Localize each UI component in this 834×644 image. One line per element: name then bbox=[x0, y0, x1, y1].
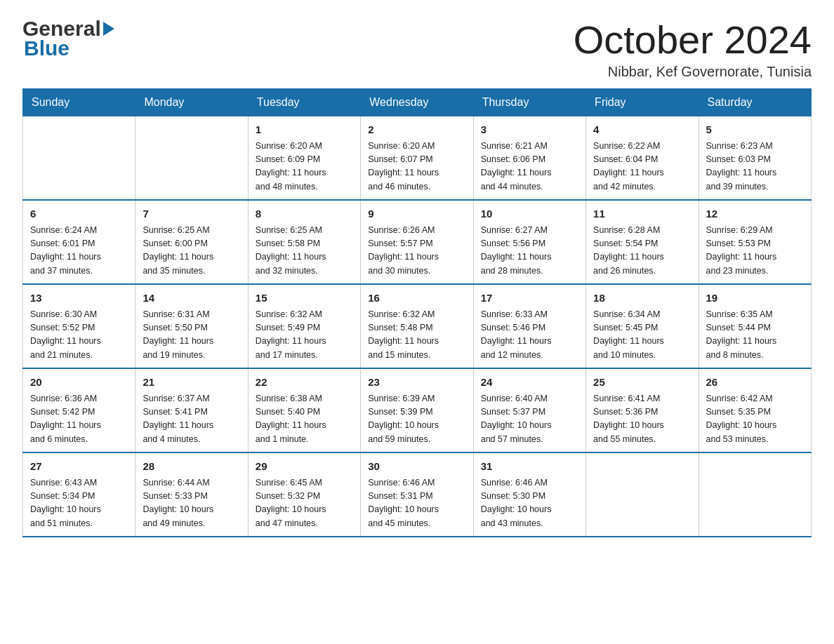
day-details: Sunrise: 6:22 AMSunset: 6:04 PMDaylight:… bbox=[593, 140, 691, 194]
col-header-friday: Friday bbox=[586, 89, 699, 116]
day-details: Sunrise: 6:44 AMSunset: 5:33 PMDaylight:… bbox=[143, 476, 240, 531]
day-details: Sunrise: 6:20 AMSunset: 6:09 PMDaylight:… bbox=[256, 140, 353, 194]
day-num: 12 bbox=[706, 206, 804, 222]
day-num: 19 bbox=[706, 290, 804, 307]
day-details: Sunrise: 6:20 AMSunset: 6:07 PMDaylight:… bbox=[368, 140, 465, 194]
week-row: 13Sunrise: 6:30 AMSunset: 5:52 PMDayligh… bbox=[23, 284, 812, 368]
col-header-monday: Monday bbox=[135, 89, 248, 116]
day-cell: 23Sunrise: 6:39 AMSunset: 5:39 PMDayligh… bbox=[361, 368, 473, 452]
day-cell: 25Sunrise: 6:41 AMSunset: 5:36 PMDayligh… bbox=[586, 368, 699, 452]
day-cell: 12Sunrise: 6:29 AMSunset: 5:53 PMDayligh… bbox=[699, 200, 811, 284]
day-num: 23 bbox=[368, 375, 465, 391]
month-year-title: October 2024 bbox=[574, 17, 812, 62]
day-cell: 7Sunrise: 6:25 AMSunset: 6:00 PMDaylight… bbox=[135, 200, 248, 284]
day-num: 31 bbox=[481, 459, 578, 475]
day-details: Sunrise: 6:46 AMSunset: 5:30 PMDaylight:… bbox=[481, 476, 578, 531]
day-cell: 1Sunrise: 6:20 AMSunset: 6:09 PMDaylight… bbox=[248, 116, 360, 201]
day-cell: 4Sunrise: 6:22 AMSunset: 6:04 PMDaylight… bbox=[586, 116, 699, 201]
day-details: Sunrise: 6:46 AMSunset: 5:31 PMDaylight:… bbox=[368, 476, 465, 531]
day-num: 10 bbox=[481, 206, 578, 222]
day-details: Sunrise: 6:26 AMSunset: 5:57 PMDaylight:… bbox=[368, 224, 465, 279]
day-cell: 24Sunrise: 6:40 AMSunset: 5:37 PMDayligh… bbox=[473, 368, 585, 452]
day-cell: 5Sunrise: 6:23 AMSunset: 6:03 PMDaylight… bbox=[699, 116, 811, 201]
day-details: Sunrise: 6:40 AMSunset: 5:37 PMDaylight:… bbox=[481, 392, 578, 447]
col-header-wednesday: Wednesday bbox=[361, 89, 473, 116]
day-num: 24 bbox=[481, 375, 578, 391]
day-num: 30 bbox=[368, 459, 465, 475]
day-cell: 30Sunrise: 6:46 AMSunset: 5:31 PMDayligh… bbox=[361, 452, 473, 537]
day-details: Sunrise: 6:28 AMSunset: 5:54 PMDaylight:… bbox=[593, 224, 691, 279]
day-num: 25 bbox=[593, 375, 691, 391]
day-num: 18 bbox=[593, 290, 691, 307]
day-details: Sunrise: 6:33 AMSunset: 5:46 PMDaylight:… bbox=[481, 308, 578, 363]
logo-arrow-final bbox=[103, 22, 114, 36]
day-cell: 16Sunrise: 6:32 AMSunset: 5:48 PMDayligh… bbox=[361, 284, 473, 368]
day-cell: 31Sunrise: 6:46 AMSunset: 5:30 PMDayligh… bbox=[473, 452, 585, 537]
day-cell bbox=[586, 452, 699, 537]
day-cell: 13Sunrise: 6:30 AMSunset: 5:52 PMDayligh… bbox=[23, 284, 135, 368]
logo-final: General Blue bbox=[22, 17, 117, 60]
day-cell: 27Sunrise: 6:43 AMSunset: 5:34 PMDayligh… bbox=[23, 452, 135, 537]
day-num: 4 bbox=[593, 122, 691, 138]
day-cell: 6Sunrise: 6:24 AMSunset: 6:01 PMDaylight… bbox=[23, 200, 135, 284]
day-num: 22 bbox=[256, 375, 353, 391]
title-area-final: October 2024 Nibbar, Kef Governorate, Tu… bbox=[574, 17, 812, 80]
day-num: 5 bbox=[706, 122, 804, 138]
week-row: 20Sunrise: 6:36 AMSunset: 5:42 PMDayligh… bbox=[23, 368, 812, 452]
day-num: 3 bbox=[481, 122, 578, 138]
day-num: 14 bbox=[143, 290, 240, 307]
day-details: Sunrise: 6:41 AMSunset: 5:36 PMDaylight:… bbox=[593, 392, 691, 447]
day-cell: 17Sunrise: 6:33 AMSunset: 5:46 PMDayligh… bbox=[473, 284, 585, 368]
col-header-saturday: Saturday bbox=[699, 89, 811, 116]
day-cell: 15Sunrise: 6:32 AMSunset: 5:49 PMDayligh… bbox=[248, 284, 360, 368]
day-cell: 8Sunrise: 6:25 AMSunset: 5:58 PMDaylight… bbox=[248, 200, 360, 284]
day-cell: 14Sunrise: 6:31 AMSunset: 5:50 PMDayligh… bbox=[135, 284, 248, 368]
day-cell: 3Sunrise: 6:21 AMSunset: 6:06 PMDaylight… bbox=[473, 116, 585, 201]
col-header-tuesday: Tuesday bbox=[248, 89, 360, 116]
day-details: Sunrise: 6:32 AMSunset: 5:48 PMDaylight:… bbox=[368, 308, 465, 363]
day-details: Sunrise: 6:38 AMSunset: 5:40 PMDaylight:… bbox=[256, 392, 353, 447]
day-num: 1 bbox=[256, 122, 353, 138]
day-details: Sunrise: 6:43 AMSunset: 5:34 PMDaylight:… bbox=[30, 476, 128, 531]
day-cell: 26Sunrise: 6:42 AMSunset: 5:35 PMDayligh… bbox=[699, 368, 811, 452]
day-details: Sunrise: 6:37 AMSunset: 5:41 PMDaylight:… bbox=[143, 392, 240, 447]
day-num: 13 bbox=[30, 290, 128, 307]
week-row: 6Sunrise: 6:24 AMSunset: 6:01 PMDaylight… bbox=[23, 200, 812, 284]
day-cell: 20Sunrise: 6:36 AMSunset: 5:42 PMDayligh… bbox=[23, 368, 135, 452]
day-num: 6 bbox=[30, 206, 128, 222]
day-details: Sunrise: 6:25 AMSunset: 5:58 PMDaylight:… bbox=[256, 224, 353, 279]
day-details: Sunrise: 6:24 AMSunset: 6:01 PMDaylight:… bbox=[30, 224, 128, 279]
day-num: 16 bbox=[368, 290, 465, 307]
day-cell bbox=[135, 116, 248, 201]
day-details: Sunrise: 6:45 AMSunset: 5:32 PMDaylight:… bbox=[256, 476, 353, 531]
day-num: 11 bbox=[593, 206, 691, 222]
day-cell: 19Sunrise: 6:35 AMSunset: 5:44 PMDayligh… bbox=[699, 284, 811, 368]
day-num: 26 bbox=[706, 375, 804, 391]
day-num: 15 bbox=[256, 290, 353, 307]
day-num: 9 bbox=[368, 206, 465, 222]
cal-header-row: SundayMondayTuesdayWednesdayThursdayFrid… bbox=[23, 89, 812, 116]
day-cell bbox=[699, 452, 811, 537]
day-cell: 18Sunrise: 6:34 AMSunset: 5:45 PMDayligh… bbox=[586, 284, 699, 368]
day-details: Sunrise: 6:21 AMSunset: 6:06 PMDaylight:… bbox=[481, 140, 578, 194]
location-subtitle: Nibbar, Kef Governorate, Tunisia bbox=[574, 64, 812, 80]
day-num: 17 bbox=[481, 290, 578, 307]
day-num: 2 bbox=[368, 122, 465, 138]
day-cell: 11Sunrise: 6:28 AMSunset: 5:54 PMDayligh… bbox=[586, 200, 699, 284]
day-details: Sunrise: 6:25 AMSunset: 6:00 PMDaylight:… bbox=[143, 224, 240, 279]
day-num: 29 bbox=[256, 459, 353, 475]
day-num: 21 bbox=[143, 375, 240, 391]
day-cell: 28Sunrise: 6:44 AMSunset: 5:33 PMDayligh… bbox=[135, 452, 248, 537]
day-details: Sunrise: 6:31 AMSunset: 5:50 PMDaylight:… bbox=[143, 308, 240, 363]
col-header-sunday: Sunday bbox=[23, 89, 135, 116]
day-num: 8 bbox=[256, 206, 353, 222]
day-cell: 2Sunrise: 6:20 AMSunset: 6:07 PMDaylight… bbox=[361, 116, 473, 201]
day-cell: 9Sunrise: 6:26 AMSunset: 5:57 PMDaylight… bbox=[361, 200, 473, 284]
day-details: Sunrise: 6:29 AMSunset: 5:53 PMDaylight:… bbox=[706, 224, 804, 279]
day-num: 7 bbox=[143, 206, 240, 222]
day-details: Sunrise: 6:32 AMSunset: 5:49 PMDaylight:… bbox=[256, 308, 353, 363]
day-details: Sunrise: 6:36 AMSunset: 5:42 PMDaylight:… bbox=[30, 392, 128, 447]
day-num: 27 bbox=[30, 459, 128, 475]
day-details: Sunrise: 6:42 AMSunset: 5:35 PMDaylight:… bbox=[706, 392, 804, 447]
day-cell: 10Sunrise: 6:27 AMSunset: 5:56 PMDayligh… bbox=[473, 200, 585, 284]
